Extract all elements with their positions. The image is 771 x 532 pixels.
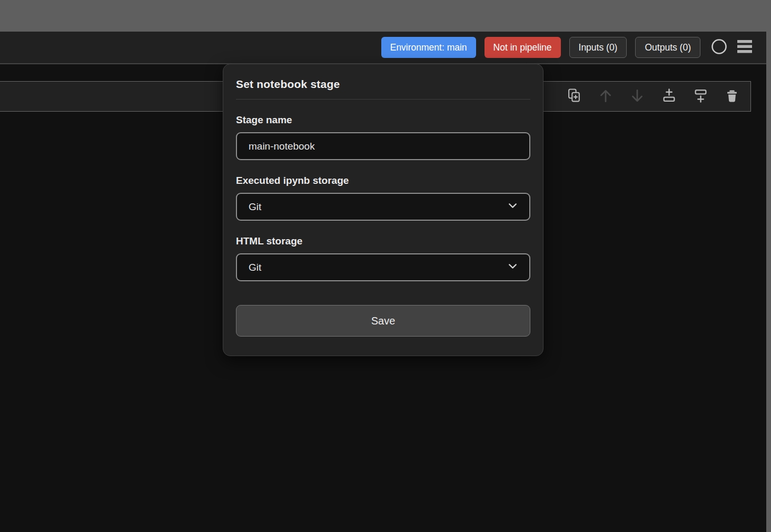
move-cell-down-button[interactable] — [629, 88, 645, 104]
delete-cell-button[interactable] — [724, 88, 740, 104]
set-notebook-stage-dialog: Set notebook stage Stage name Executed i… — [223, 64, 543, 356]
stage-name-label: Stage name — [236, 114, 530, 126]
ipynb-storage-select[interactable]: Git — [236, 193, 530, 221]
insert-above-icon — [662, 88, 676, 104]
pipeline-status-button[interactable]: Not in pipeline — [485, 37, 561, 58]
html-storage-select[interactable]: Git — [236, 253, 530, 281]
kernel-status-button[interactable] — [710, 38, 728, 56]
notebook-header: Environment: main Not in pipeline Inputs… — [0, 32, 766, 64]
inputs-button[interactable]: Inputs (0) — [569, 37, 627, 58]
ipynb-storage-label: Executed ipynb storage — [236, 175, 530, 186]
ipynb-storage-value: Git — [249, 201, 261, 213]
stage-name-input[interactable] — [236, 132, 530, 160]
move-cell-up-button[interactable] — [598, 88, 614, 104]
chevron-down-icon — [507, 200, 519, 214]
insert-cell-below-button[interactable] — [693, 88, 708, 104]
app-window: Environment: main Not in pipeline Inputs… — [0, 0, 771, 532]
scrollbar[interactable] — [766, 32, 771, 532]
arrow-up-icon — [598, 88, 614, 105]
outputs-button[interactable]: Outputs (0) — [635, 37, 700, 58]
chevron-down-icon — [507, 260, 519, 275]
insert-cell-above-button[interactable] — [661, 88, 677, 104]
environment-button[interactable]: Environment: main — [381, 37, 476, 58]
html-storage-label: HTML storage — [236, 235, 530, 247]
window-titlebar — [0, 0, 771, 32]
html-storage-value: Git — [249, 262, 261, 273]
dialog-divider — [236, 99, 530, 100]
trash-icon — [725, 89, 739, 104]
arrow-down-icon — [629, 88, 645, 105]
dialog-title: Set notebook stage — [236, 78, 530, 91]
menu-button[interactable] — [736, 39, 753, 56]
hamburger-icon — [737, 40, 752, 55]
save-button[interactable]: Save — [236, 305, 530, 337]
duplicate-cell-icon — [567, 88, 581, 104]
kernel-status-circle-icon — [711, 38, 727, 56]
duplicate-cell-button[interactable] — [566, 88, 582, 104]
insert-below-icon — [694, 88, 708, 104]
